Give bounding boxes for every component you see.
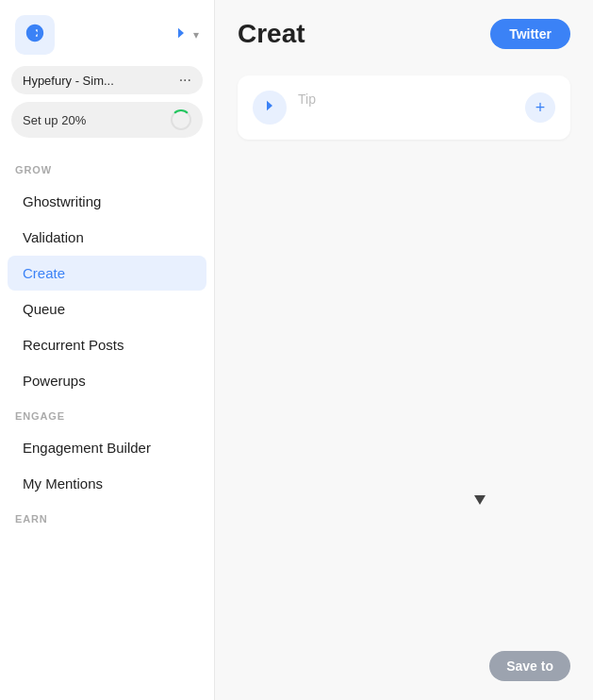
twitter-button[interactable]: Twitter [490,19,570,49]
earn-section: EARN [0,513,214,532]
grow-section: GROW Ghostwriting Validation Create Queu… [0,164,214,399]
sidebar-item-recurrent-posts[interactable]: Recurrent Posts [8,327,206,362]
chevron-down-icon: ▾ [193,28,199,42]
avatar [253,91,287,125]
main-header: Creat Twitter [215,0,593,64]
composer-placeholder: Tip [298,92,316,107]
engage-section-label: ENGAGE [0,410,214,429]
sidebar-header: ▾ [0,0,214,66]
grow-section-label: GROW [0,164,214,183]
cursor [474,495,486,505]
composer-top: Tip + [253,91,555,125]
save-to-button[interactable]: Save to [489,651,570,681]
sidebar-item-powerups[interactable]: Powerups [8,363,206,398]
sidebar-item-ghostwriting[interactable]: Ghostwriting [8,184,206,219]
composer-text-area[interactable]: Tip [298,91,514,108]
engage-section: ENGAGE Engagement Builder My Mentions [0,410,214,502]
earn-section-label: EARN [0,513,214,532]
sidebar: ▾ Hypefury - Sim... ··· Set up 20% GROW … [0,0,215,700]
logo-bird-icon [25,23,45,48]
sidebar-item-validation[interactable]: Validation [8,220,206,255]
account-name: Hypefury - Sim... [23,74,114,88]
avatar-bird-icon [261,97,278,118]
sidebar-item-create[interactable]: Create [8,256,206,291]
plus-icon: + [535,98,546,118]
header-account-switcher[interactable]: ▾ [173,25,199,45]
app-logo[interactable] [15,15,55,55]
sidebar-item-queue[interactable]: Queue [8,292,206,326]
setup-label: Set up 20% [23,113,86,127]
sidebar-item-my-mentions[interactable]: My Mentions [8,466,206,501]
post-composer: Tip + [238,75,570,140]
content-area: Tip + [215,64,593,162]
add-thread-button[interactable]: + [525,92,555,123]
setup-progress-bar[interactable]: Set up 20% [11,102,203,138]
more-options-icon[interactable]: ··· [179,72,191,89]
progress-spinner [171,109,191,130]
account-selector[interactable]: Hypefury - Sim... ··· [11,66,203,94]
header-bird-icon [173,25,189,45]
page-title: Creat [238,19,305,49]
sidebar-item-engagement-builder[interactable]: Engagement Builder [8,430,206,465]
main-content: Creat Twitter Tip + [215,0,593,700]
